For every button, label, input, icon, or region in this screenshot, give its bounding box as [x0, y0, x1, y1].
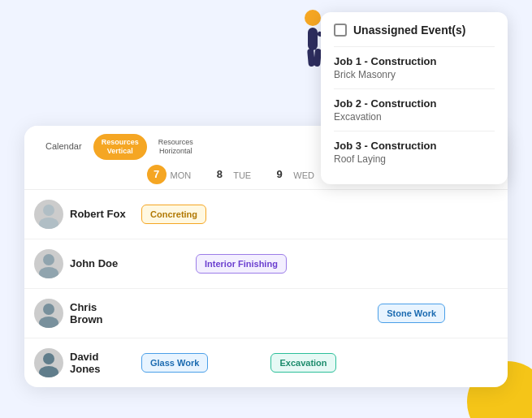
cell-john-4 [399, 239, 453, 288]
job-item-2[interactable]: Job 2 - Construction Excavation [334, 88, 495, 131]
event-chip-glasswork[interactable]: Glass Work [141, 353, 208, 373]
table-row: Chris Brown Stone Work [24, 289, 508, 338]
svg-point-12 [43, 353, 54, 364]
svg-point-11 [39, 317, 58, 328]
svg-point-8 [43, 254, 54, 265]
cell-chris-1 [197, 289, 257, 338]
cell-chris-0 [138, 289, 197, 338]
cell-robert-5 [448, 190, 508, 239]
grid-body: Robert Fox Concreting John Doe Interior … [24, 190, 508, 387]
cell-chris-5 [448, 289, 508, 338]
day-label-2: WED [293, 170, 314, 179]
tab-resources-horizontal[interactable]: Resources Horizontal [150, 134, 201, 160]
person-cell-david: David Jones [24, 342, 138, 384]
tab-calendar[interactable]: Calendar [37, 137, 90, 156]
unassigned-title: Unassigned Event(s) [353, 24, 465, 37]
svg-point-0 [305, 10, 321, 26]
event-chip-interior[interactable]: Interior Finishing [196, 254, 287, 274]
svg-rect-4 [307, 49, 315, 67]
header-day-1: 8 TUE [200, 165, 262, 184]
cell-robert-4 [388, 190, 448, 239]
person-name-david: David Jones [70, 351, 128, 375]
job-2-title: Job 2 - Construction [334, 97, 495, 110]
cell-chris-4: Stone Work [374, 289, 448, 338]
cell-john-3 [344, 239, 399, 288]
svg-rect-1 [308, 28, 318, 50]
unassigned-popup: Unassigned Event(s) Job 1 - Construction… [321, 12, 508, 184]
unassigned-header: Unassigned Event(s) [334, 24, 495, 37]
cell-robert-1 [210, 190, 269, 239]
job-2-subtitle: Excavation [334, 111, 495, 123]
cell-david-2: Excavation [267, 338, 339, 387]
job-1-title: Job 1 - Construction [334, 55, 495, 67]
cell-chris-3 [315, 289, 374, 338]
job-1-subtitle: Brick Masonry [334, 69, 495, 80]
event-chip-concreting[interactable]: Concreting [141, 205, 206, 224]
person-name-john: John Doe [70, 257, 118, 269]
svg-point-10 [43, 304, 54, 315]
day-label-1: TUE [233, 170, 251, 179]
job-3-title: Job 3 - Construction [334, 140, 495, 152]
header-empty [24, 165, 138, 184]
svg-point-6 [43, 205, 54, 216]
cell-robert-3 [329, 190, 388, 239]
event-chip-stonework[interactable]: Stone Work [378, 304, 445, 323]
cell-john-1: Interior Finishing [192, 239, 290, 288]
cell-david-4 [396, 338, 452, 387]
cell-david-5 [452, 338, 508, 387]
cell-john-5 [453, 239, 508, 288]
avatar-chris [34, 299, 63, 328]
cell-david-0: Glass Work [138, 338, 211, 387]
person-cell-robert: Robert Fox [24, 193, 138, 235]
svg-point-9 [39, 267, 58, 278]
cell-chris-2 [257, 289, 316, 338]
unassigned-checkbox[interactable] [334, 24, 347, 37]
cell-david-1 [211, 338, 267, 387]
avatar-robert [34, 200, 63, 229]
cell-john-2 [290, 239, 344, 288]
table-row: John Doe Interior Finishing [24, 239, 508, 289]
person-cell-chris: Chris Brown [24, 292, 138, 334]
svg-point-7 [39, 218, 58, 229]
cell-robert-0: Concreting [138, 190, 210, 239]
cell-robert-2 [269, 190, 328, 239]
job-3-subtitle: Roof Laying [334, 153, 495, 165]
day-number-0: 7 [147, 165, 167, 184]
cell-john-0 [138, 239, 192, 288]
table-row: Robert Fox Concreting [24, 190, 508, 239]
tab-resources-vertical[interactable]: Resources Vertical [93, 134, 147, 160]
job-item-1[interactable]: Job 1 - Construction Brick Masonry [334, 46, 495, 88]
person-name-chris: Chris Brown [70, 301, 128, 325]
avatar-david [34, 348, 63, 377]
job-item-3[interactable]: Job 3 - Construction Roof Laying [334, 131, 495, 173]
table-row: David Jones Glass Work Excavation [24, 338, 508, 387]
avatar-john [34, 249, 63, 278]
event-chip-excavation[interactable]: Excavation [270, 353, 335, 373]
day-number-2: 9 [270, 165, 289, 184]
header-day-2: 9 WED [262, 165, 323, 184]
person-cell-john: John Doe [24, 243, 138, 285]
svg-point-13 [39, 366, 58, 377]
cell-david-3 [340, 338, 396, 387]
day-label-0: MON [171, 170, 192, 179]
day-number-1: 8 [210, 165, 229, 184]
person-name-robert: Robert Fox [70, 208, 126, 220]
header-day-0: 7 MON [138, 165, 200, 184]
